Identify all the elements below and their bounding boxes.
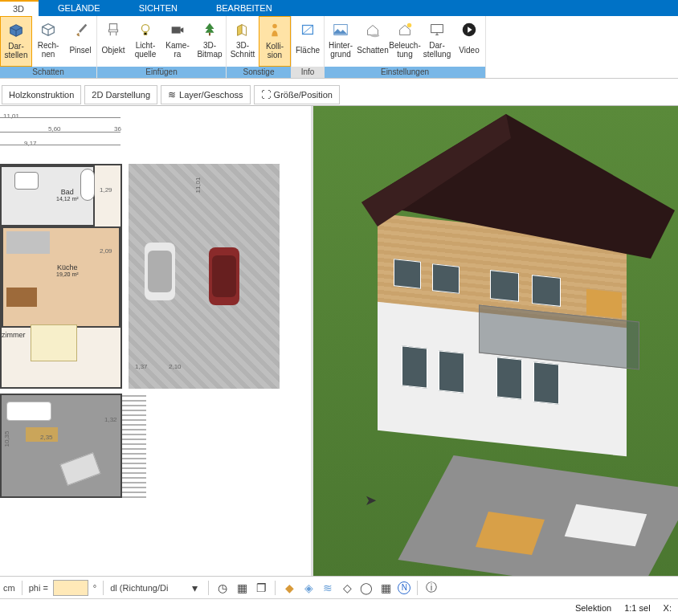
btn-pinsel[interactable]: Pinsel [64,16,96,67]
dim-label: 1,37 [135,363,148,370]
table-icon [31,324,77,361]
info-icon[interactable]: ⓘ [424,581,439,595]
circle-icon[interactable]: ◯ [359,581,374,595]
area-icon [297,19,318,40]
stack-icon[interactable]: ▦ [235,581,249,595]
cursor-icon: ➤ [365,492,377,509]
group-einfuegen: Objekt Licht-quelle Kame-ra 3D-Bitmap Ei… [97,16,227,78]
btn-groesse-position[interactable]: ⛶Größe/Position [254,85,340,104]
bottom-toolbar: cm phi = ° dl (Richtung/Di ▾ ◷ ▦ ❐ ◆ ◈ ≋… [0,576,678,598]
grid-icon[interactable]: ▦ [378,581,393,595]
btn-layer-geschoss[interactable]: ≋Layer/Geschoss [161,85,250,104]
svg-rect-8 [431,25,443,33]
svg-point-6 [370,35,379,38]
group-sonstige: 3D-Schnitt Kolli-sion Sonstige [227,16,292,78]
counter-icon [6,231,50,254]
layers-icon[interactable]: ❐ [254,581,268,595]
layers2-icon[interactable]: ≋ [321,581,335,595]
house-light-icon [394,19,415,40]
dim-label: 9,17 [24,140,37,147]
cube-small-icon[interactable]: ◆ [282,581,296,595]
window-icon [496,357,522,399]
deg-label: ° [93,583,96,593]
play-icon [459,19,480,40]
north-icon[interactable]: N [398,581,410,594]
svg-point-3 [272,24,277,29]
btn-hintergrund[interactable]: Hinter-grund [325,16,357,67]
btn-2d-darstellung[interactable]: 2D Darstellung [84,85,157,104]
camera-icon [167,19,188,40]
btn-darstellen-label: Dar-stellen [5,42,28,59]
diamond-icon[interactable]: ◇ [340,581,354,595]
phi-input[interactable] [53,580,88,596]
dim-label: 11,01 [3,112,19,120]
btn-rechnen[interactable]: Rech-nen [32,16,64,67]
grid3d-icon[interactable]: ◈ [301,581,316,595]
dim-label: 2,35 [40,434,53,441]
tab-sichten[interactable]: SICHTEN [120,0,197,16]
window-icon [439,350,464,393]
btn-3dschnitt[interactable]: 3D-Schnitt [227,16,259,67]
svg-point-7 [407,23,412,28]
dim-label: 10,35 [3,430,10,447]
btn-schatten-set[interactable]: Schatten [357,16,389,67]
btn-kamera-label: Kame-ra [165,41,189,59]
status-selektion: Selektion [575,603,611,613]
sofa-icon [6,402,51,421]
dim-label: 2,10 [169,363,182,370]
tree-icon [199,19,220,40]
btn-video[interactable]: Video [453,16,485,67]
status-scale: 1:1 sel [624,603,650,613]
layers-icon: ≋ [168,89,176,100]
room-kueche: Küche19,20 m² [56,263,79,277]
brush-icon [70,19,91,40]
bathtub-icon [80,169,95,201]
hedge-icon [122,394,146,498]
svg-rect-1 [172,27,181,33]
group-einstellungen-label: Einstellungen [325,67,485,78]
unit-label: cm [3,583,15,593]
room-bad: Bad14,12 m² [56,188,79,202]
svg-rect-2 [209,33,210,36]
dropdown-icon[interactable]: ▾ [187,581,202,595]
roof [337,106,678,291]
ribbon: Dar-stellen Rech-nen Pinsel Schatten Obj… [0,16,678,79]
btn-darstellen[interactable]: Dar-stellen [0,16,32,67]
dl-label: dl (Richtung/Di [110,583,182,593]
btn-holzkonstruktion[interactable]: Holzkonstruktion [2,85,81,104]
tab-3d[interactable]: 3D [0,0,39,16]
status-x: X: [664,603,672,613]
btn-3dbitmap[interactable]: 3D-Bitmap [194,16,226,67]
chair-icon [103,19,124,40]
btn-beleuchtung[interactable]: Beleuch-tung [389,16,421,67]
btn-flaeche[interactable]: Fläche [292,16,324,67]
btn-rechnen-label: Rech-nen [38,41,59,59]
btn-kollision-label: Kolli-sion [266,42,284,59]
btn-kamera[interactable]: Kame-ra [161,16,194,67]
btn-lichtquelle-label: Licht-quelle [135,41,157,59]
bulb-icon [135,19,156,40]
btn-flaeche-label: Fläche [296,41,320,59]
window-icon [533,361,559,404]
clock-icon[interactable]: ◷ [215,581,230,595]
btn-hintergrund-label: Hinter-grund [329,41,353,59]
tab-gelaende[interactable]: GELÄNDE [39,0,120,16]
btn-lichtquelle[interactable]: Licht-quelle [129,16,161,67]
car-icon [145,243,175,300]
pane-2d-floorplan[interactable]: 11,01 5,60 36 9,17 Bad14,12 m² Küche19,2… [0,106,313,585]
group-einfuegen-label: Einfügen [97,67,226,78]
btn-kollision[interactable]: Kolli-sion [259,16,291,67]
room-zimmer: zimmer [2,331,26,339]
dim-label: 11,01 [194,177,202,193]
tab-bearbeiten[interactable]: BEARBEITEN [197,0,292,16]
resize-icon: ⛶ [261,89,271,100]
btn-objekt-label: Objekt [102,41,125,59]
btn-darstellung[interactable]: Dar-stellung [421,16,453,67]
pane-3d-view[interactable]: ➤ [313,106,678,585]
btn-pinsel-label: Pinsel [69,41,91,59]
btn-objekt[interactable]: Objekt [97,16,129,67]
balcony-furniture-icon [586,289,622,319]
window-icon [402,345,427,388]
group-schatten-label: Schatten [0,67,96,78]
cube-outline-icon [38,19,59,40]
